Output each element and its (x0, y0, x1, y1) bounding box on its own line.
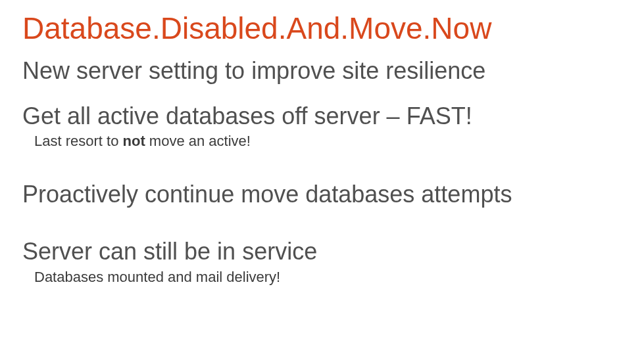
sub-mounted-delivery: Databases mounted and mail delivery! (34, 268, 622, 286)
slide-title: Database.Disabled.And.Move.Now (22, 12, 622, 45)
sub-last-resort-suffix: move an active! (145, 133, 251, 149)
heading-get-off-server: Get all active databases off server – FA… (22, 102, 622, 129)
sub-last-resort: Last resort to not move an active! (34, 132, 622, 150)
heading-proactive: Proactively continue move databases atte… (22, 181, 622, 208)
slide: Database.Disabled.And.Move.Now New serve… (0, 0, 644, 299)
sub-last-resort-strong: not (123, 133, 145, 149)
heading-in-service: Server can still be in service (22, 238, 622, 265)
sub-last-resort-prefix: Last resort to (34, 133, 123, 149)
heading-resilience: New server setting to improve site resil… (22, 57, 622, 84)
